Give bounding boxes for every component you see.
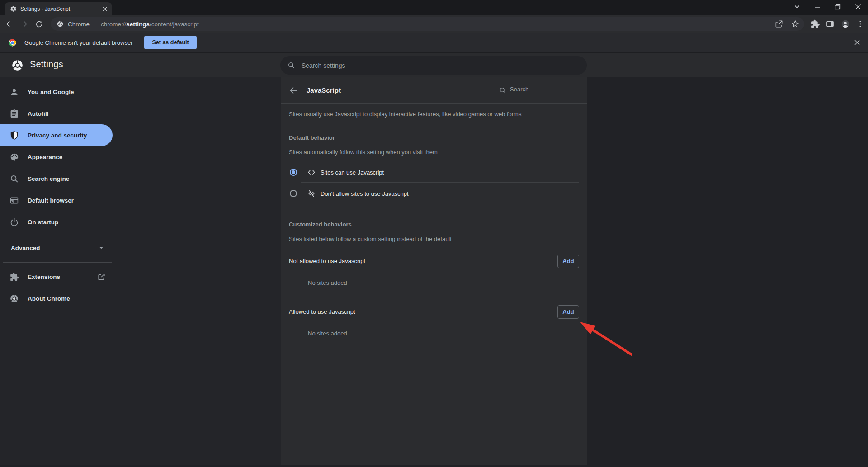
browser-toolbar: Chrome chrome://settings/content/javascr… xyxy=(0,15,868,33)
settings-title: Settings xyxy=(30,59,63,70)
default-browser-infobar: Google Chrome isn't your default browser… xyxy=(0,33,868,53)
advanced-label: Advanced xyxy=(11,245,40,251)
infobar-close-icon[interactable] xyxy=(853,38,861,47)
page-search-input[interactable] xyxy=(509,85,578,96)
sidebar-item-label: About Chrome xyxy=(28,295,70,302)
default-behavior-subtitle: Sites automatically follow this setting … xyxy=(289,148,579,156)
chevron-down-icon xyxy=(97,243,106,252)
sidebar: You and Google Autofill Privacy and secu… xyxy=(0,77,281,465)
sidebar-item-autofill[interactable]: Autofill xyxy=(0,103,113,124)
sidebar-item-on-startup[interactable]: On startup xyxy=(0,211,113,233)
customized-behaviors-heading: Customized behaviors xyxy=(289,221,579,229)
not-allowed-add-button[interactable]: Add xyxy=(557,255,579,268)
sidebar-item-privacy-and-security[interactable]: Privacy and security xyxy=(0,124,113,146)
close-window-icon[interactable] xyxy=(848,0,868,14)
page-description: Sites usually use Javascript to display … xyxy=(289,110,579,118)
option-label: Don't allow sites to use Javascript xyxy=(321,190,409,197)
bookmark-star-icon[interactable] xyxy=(791,19,800,28)
back-arrow-icon[interactable] xyxy=(288,85,298,95)
sidebar-item-appearance[interactable]: Appearance xyxy=(0,146,113,168)
share-icon[interactable] xyxy=(774,19,783,28)
site-chip-label: Chrome xyxy=(68,21,90,28)
chrome-mono-logo-icon xyxy=(9,294,19,303)
allowed-empty-text: No sites added xyxy=(308,330,579,338)
omnibox-separator xyxy=(95,20,95,28)
page-title: JavaScript xyxy=(307,86,341,94)
browser-tab[interactable]: Settings - JavaScript xyxy=(5,2,112,15)
page-search-field[interactable] xyxy=(499,85,578,96)
chrome-color-logo-icon xyxy=(8,38,17,47)
clipboard-icon xyxy=(9,109,19,118)
sidebar-item-label: Autofill xyxy=(28,110,49,117)
not-allowed-empty-text: No sites added xyxy=(308,279,579,287)
person-icon xyxy=(9,87,19,97)
forward-icon[interactable] xyxy=(17,17,31,31)
url-text[interactable]: chrome://settings/content/javascript xyxy=(101,21,199,28)
sidebar-item-label: Appearance xyxy=(28,154,62,160)
sidebar-item-default-browser[interactable]: Default browser xyxy=(0,189,113,211)
extensions-puzzle-icon[interactable] xyxy=(811,19,820,28)
option-label: Sites can use Javascript xyxy=(321,169,384,176)
not-allowed-row: Not allowed to use Javascript Add xyxy=(289,254,579,268)
power-icon xyxy=(9,217,19,227)
chrome-settings-logo-icon xyxy=(11,59,24,71)
settings-search-input[interactable] xyxy=(302,62,580,69)
option-dont-allow-javascript[interactable]: Don't allow sites to use Javascript xyxy=(289,183,579,204)
sidebar-item-label: You and Google xyxy=(28,89,74,95)
search-icon xyxy=(288,61,295,69)
title-bar: Settings - JavaScript xyxy=(0,0,868,15)
extensions-puzzle-icon xyxy=(9,272,19,282)
settings-gear-icon xyxy=(10,5,17,12)
back-icon[interactable] xyxy=(3,17,16,31)
radio-selected[interactable] xyxy=(290,169,297,176)
allowed-add-button[interactable]: Add xyxy=(557,305,579,319)
customized-behaviors-subtitle: Sites listed below follow a custom setti… xyxy=(289,235,579,243)
search-icon xyxy=(499,87,506,94)
palette-icon xyxy=(9,152,19,162)
code-off-icon xyxy=(307,189,316,198)
settings-header: Settings xyxy=(0,53,868,77)
radio-unselected[interactable] xyxy=(290,190,297,197)
chrome-mono-logo-icon xyxy=(57,20,64,28)
sidebar-divider xyxy=(3,262,112,263)
toolbar-right-icons xyxy=(807,15,868,33)
sidebar-item-label: Extensions xyxy=(28,274,60,280)
sidebar-item-label: Search engine xyxy=(28,175,69,182)
kebab-menu-icon[interactable] xyxy=(856,19,865,28)
restore-icon[interactable] xyxy=(827,0,848,14)
allowed-label: Allowed to use Javascript xyxy=(289,308,355,315)
sidebar-item-label: On startup xyxy=(28,219,58,226)
new-tab-button[interactable] xyxy=(118,4,128,14)
shield-icon xyxy=(9,131,19,140)
external-link-icon xyxy=(97,273,106,281)
allowed-row: Allowed to use Javascript Add xyxy=(289,305,579,319)
settings-search-bar[interactable] xyxy=(280,56,587,75)
sidebar-item-you-and-google[interactable]: You and Google xyxy=(0,81,113,103)
sidebar-item-label: Default browser xyxy=(28,197,74,204)
code-icon xyxy=(307,168,316,177)
side-panel-icon[interactable] xyxy=(826,19,835,28)
address-bar[interactable]: Chrome chrome://settings/content/javascr… xyxy=(51,17,804,31)
reload-icon[interactable] xyxy=(32,17,46,31)
set-as-default-button[interactable]: Set as default xyxy=(144,36,196,49)
sidebar-item-extensions[interactable]: Extensions xyxy=(0,266,113,288)
not-allowed-label: Not allowed to use Javascript xyxy=(289,258,365,264)
window-controls xyxy=(787,0,868,14)
sidebar-item-label: Privacy and security xyxy=(28,132,87,139)
profile-avatar[interactable] xyxy=(841,19,850,28)
card-header: JavaScript xyxy=(281,77,587,104)
search-icon xyxy=(9,174,19,184)
minimize-icon[interactable] xyxy=(807,0,827,14)
javascript-settings-card: JavaScript Sites usually use Javascript … xyxy=(281,77,587,465)
sidebar-item-about-chrome[interactable]: About Chrome xyxy=(0,288,113,309)
infobar-message: Google Chrome isn't your default browser xyxy=(24,39,132,46)
tab-title: Settings - JavaScript xyxy=(20,6,98,12)
default-behavior-heading: Default behavior xyxy=(289,134,579,142)
browser-window-icon xyxy=(9,196,19,205)
option-sites-can-use-javascript[interactable]: Sites can use Javascript xyxy=(289,162,579,182)
tab-close-icon[interactable] xyxy=(101,5,108,13)
sidebar-advanced-toggle[interactable]: Advanced xyxy=(0,237,113,259)
tab-search-chevron-icon[interactable] xyxy=(787,0,807,14)
sidebar-item-search-engine[interactable]: Search engine xyxy=(0,168,113,189)
